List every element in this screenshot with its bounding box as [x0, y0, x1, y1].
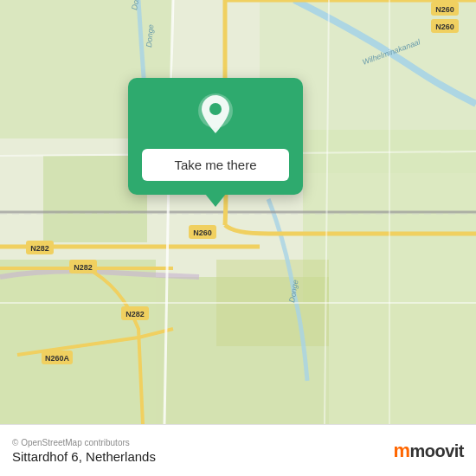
svg-rect-6 — [329, 303, 476, 424]
moovit-wordmark: moovit — [409, 441, 464, 460]
bottom-left-info: © OpenStreetMap contributors Sittardhof … — [12, 438, 156, 464]
svg-text:N282: N282 — [30, 244, 49, 253]
bottom-bar: © OpenStreetMap contributors Sittardhof … — [0, 424, 476, 476]
moovit-logo-text: mmoovit — [393, 440, 464, 462]
svg-text:N282: N282 — [125, 310, 145, 318]
svg-text:N260: N260 — [193, 228, 212, 237]
map-background: N260 N260 N260 N282 N282 N282 N260A Dong… — [0, 0, 476, 424]
svg-text:N282: N282 — [74, 263, 93, 272]
attribution-text: © OpenStreetMap contributors — [12, 438, 156, 447]
location-pin-icon — [193, 93, 238, 138]
svg-point-28 — [209, 103, 222, 115]
popup-card: Take me there — [128, 78, 303, 195]
moovit-logo: mmoovit — [393, 440, 464, 462]
svg-rect-4 — [0, 260, 156, 424]
take-me-there-button[interactable]: Take me there — [142, 149, 289, 181]
address-label: Sittardhof 6, Netherlands — [12, 449, 156, 464]
svg-text:N260: N260 — [435, 23, 454, 31]
svg-text:N260: N260 — [435, 5, 454, 14]
svg-text:N260A: N260A — [45, 354, 70, 363]
map-container: N260 N260 N260 N282 N282 N282 N260A Dong… — [0, 0, 476, 424]
